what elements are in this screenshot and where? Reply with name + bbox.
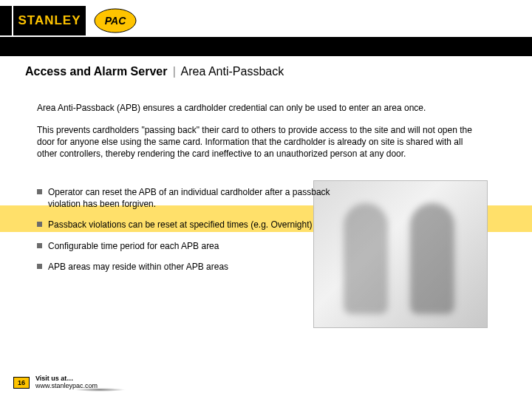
title-sub: Area Anti-Passback bbox=[181, 65, 284, 78]
pac-logo: PAC bbox=[93, 7, 137, 34]
stanley-logo-text: STANLEY bbox=[18, 13, 81, 28]
intro-para-2: This prevents cardholders "passing back"… bbox=[37, 124, 480, 160]
title-main: Access and Alarm Server bbox=[25, 65, 167, 78]
footer-shadow bbox=[74, 388, 126, 392]
footer-visit-label: Visit us at… bbox=[35, 375, 73, 382]
slide-title-row: Access and Alarm Server | Area Anti-Pass… bbox=[25, 65, 284, 78]
list-item: APB areas may reside within other APB ar… bbox=[37, 261, 355, 273]
bullet-text: Configurable time period for each APB ar… bbox=[48, 240, 355, 252]
bullet-text: APB areas may reside within other APB ar… bbox=[48, 261, 355, 273]
bullet-text: Passback violations can be reset at spec… bbox=[48, 219, 355, 231]
bullet-text: Operator can reset the APB of an individ… bbox=[48, 186, 355, 210]
stanley-logo: STANLEY bbox=[13, 6, 86, 35]
pac-logo-text: PAC bbox=[105, 15, 126, 27]
header-black-tab bbox=[0, 6, 12, 35]
bullet-list: Operator can reset the APB of an individ… bbox=[37, 186, 355, 282]
list-item: Operator can reset the APB of an individ… bbox=[37, 186, 355, 210]
title-sep: | bbox=[171, 65, 178, 78]
header-black-bar bbox=[0, 37, 532, 56]
page-number-badge: 16 bbox=[13, 377, 30, 389]
square-bullet-icon bbox=[37, 189, 42, 194]
square-bullet-icon bbox=[37, 243, 42, 248]
square-bullet-icon bbox=[37, 222, 42, 227]
list-item: Configurable time period for each APB ar… bbox=[37, 240, 355, 252]
square-bullet-icon bbox=[37, 264, 42, 269]
list-item: Passback violations can be reset at spec… bbox=[37, 219, 355, 231]
intro-para-1: Area Anti-Passback (APB) ensures a cardh… bbox=[37, 102, 466, 114]
